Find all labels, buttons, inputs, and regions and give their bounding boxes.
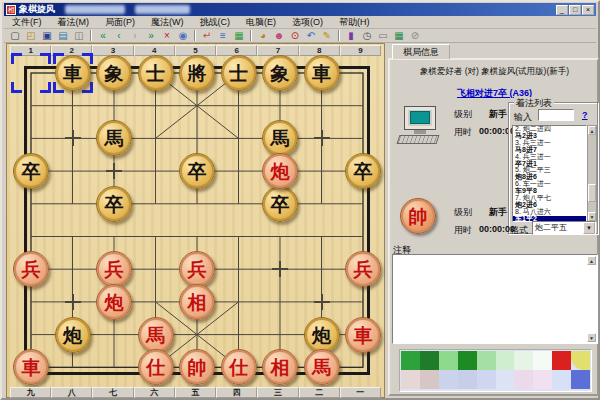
scroll-up-button[interactable]: ▲ [588, 126, 596, 135]
point-marker [65, 130, 81, 146]
palette-cell [401, 370, 420, 389]
save-icon[interactable]: ▣ [39, 29, 55, 42]
menu-电脑[interactable]: 电脑(E) [238, 16, 284, 29]
help-link[interactable]: ? [582, 110, 588, 120]
title-bar[interactable]: 相 象棋旋风 _□× [4, 3, 596, 16]
open-icon[interactable]: ◰ [23, 29, 39, 42]
point-marker [314, 294, 330, 310]
prev-move-icon[interactable]: ‹ [111, 29, 127, 42]
red-piece[interactable]: 兵 [13, 251, 49, 287]
engine-icon[interactable]: ☻ [271, 29, 287, 42]
menu-选项[interactable]: 选项(O) [284, 16, 331, 29]
black-piece[interactable]: 炮 [55, 317, 91, 353]
move-input[interactable] [538, 109, 574, 121]
red-level-label: 级别 [454, 206, 472, 219]
red-piece[interactable]: 兵 [96, 251, 132, 287]
computer-tool-icon[interactable]: ▭ [375, 29, 391, 42]
undo-icon[interactable]: ↶ [303, 29, 319, 42]
black-piece[interactable]: 車 [55, 55, 91, 91]
scroll-down-button[interactable]: ▼ [588, 212, 596, 221]
computer-icon [398, 106, 442, 148]
toolbar-separator [338, 30, 340, 41]
red-piece[interactable]: 炮 [262, 153, 298, 189]
move-list-scrollbar[interactable]: ▲ ▼ [587, 125, 597, 222]
xiangqi-board[interactable]: 123456789 [6, 43, 385, 398]
new-icon[interactable]: ▢ [7, 29, 23, 42]
snapshot-icon[interactable]: ◉ [175, 29, 191, 42]
red-piece[interactable]: 仕 [138, 349, 174, 385]
red-piece[interactable]: 兵 [345, 251, 381, 287]
players-line: 象棋爱好者 (对) 象棋旋风(试用版)(新手) [390, 66, 599, 78]
column-label: 五 [175, 387, 216, 398]
column-label: 四 [216, 387, 257, 398]
palette-cell [458, 370, 477, 389]
edit-icon[interactable]: ✎ [319, 29, 335, 42]
red-king-icon: 帥 [400, 198, 436, 234]
move-list[interactable]: 2. 炮二进四马2进33. 兵三进一马8进74. 兵三进一卒7进15. 炮二平三… [512, 125, 587, 222]
keyboard-icon [397, 135, 440, 144]
red-piece[interactable]: 仕 [221, 349, 257, 385]
black-piece[interactable]: 士 [221, 55, 257, 91]
stop-icon[interactable]: ⊘ [407, 29, 423, 42]
clock-icon[interactable]: ◷ [359, 29, 375, 42]
opening-link[interactable]: 飞相对进7卒 (A36) [390, 87, 599, 100]
red-time-label: 用时 [454, 224, 472, 237]
eye-icon[interactable]: ⊙ [287, 29, 303, 42]
red-piece[interactable]: 兵 [179, 251, 215, 287]
red-piece[interactable]: 炮 [96, 284, 132, 320]
black-piece[interactable]: 卒 [262, 186, 298, 222]
next-move-icon: › [127, 29, 143, 42]
palette-cell [401, 351, 420, 370]
palette-cell [514, 370, 533, 389]
menu-挑战[interactable]: 挑战(C) [192, 16, 239, 29]
black-piece[interactable]: 卒 [345, 153, 381, 189]
black-piece[interactable]: 將 [179, 55, 215, 91]
first-move-icon[interactable]: « [95, 29, 111, 42]
red-piece[interactable]: 馬 [304, 349, 340, 385]
menu-着法[interactable]: 着法(M) [50, 16, 98, 29]
menu-局面[interactable]: 局面(P) [97, 16, 143, 29]
black-piece[interactable]: 卒 [179, 153, 215, 189]
black-piece[interactable]: 炮 [304, 317, 340, 353]
black-piece[interactable]: 士 [138, 55, 174, 91]
chevron-down-icon[interactable]: ▼ [583, 222, 595, 234]
tab-game-info[interactable]: 棋局信息 [392, 44, 450, 59]
red-piece[interactable]: 相 [179, 284, 215, 320]
last-move-icon[interactable]: » [143, 29, 159, 42]
maximize-button[interactable]: □ [569, 5, 581, 15]
window-controls: _□× [556, 5, 594, 15]
black-piece[interactable]: 卒 [13, 153, 49, 189]
menu-魔法[interactable]: 魔法(W) [143, 16, 192, 29]
copy-icon[interactable]: ▤ [55, 29, 71, 42]
notes-textarea[interactable]: ▲ ▼ [392, 254, 598, 344]
book-icon[interactable]: ▮ [343, 29, 359, 42]
app-window: 相 象棋旋风 _□× 文件(F)着法(M)局面(P)魔法(W)挑战(C)电脑(E… [0, 0, 600, 400]
palette-cell [496, 370, 515, 389]
toolbar-separator [250, 30, 252, 41]
card-icon[interactable]: ▦ [231, 29, 247, 42]
red-piece[interactable]: 馬 [138, 317, 174, 353]
close-button[interactable]: × [582, 5, 594, 15]
palette-icon[interactable]: ◕ [255, 29, 271, 42]
red-piece[interactable]: 車 [345, 317, 381, 353]
delete-move-icon[interactable]: × [159, 29, 175, 42]
point-marker [314, 130, 330, 146]
black-piece[interactable]: 車 [304, 55, 340, 91]
scroll-down-button[interactable]: ▼ [587, 333, 596, 342]
properties-icon[interactable]: ◫ [71, 29, 87, 42]
import-icon[interactable]: ↵ [199, 29, 215, 42]
column-label: 六 [134, 387, 175, 398]
palette-cell [533, 351, 552, 370]
monitor-stand [414, 130, 426, 134]
scroll-up-button[interactable]: ▲ [587, 256, 596, 265]
minimize-button[interactable]: _ [556, 5, 568, 15]
screen-icon[interactable]: ▦ [391, 29, 407, 42]
format-combobox[interactable]: 炮二平五 ▼ [532, 221, 596, 235]
menu-文件[interactable]: 文件(F) [4, 16, 50, 29]
black-piece[interactable]: 象 [96, 55, 132, 91]
black-piece[interactable]: 象 [262, 55, 298, 91]
scrollbar-thumb[interactable] [588, 184, 596, 202]
black-piece[interactable]: 卒 [96, 186, 132, 222]
move-tree-icon[interactable]: ≡ [215, 29, 231, 42]
menu-帮助[interactable]: 帮助(H) [331, 16, 378, 29]
